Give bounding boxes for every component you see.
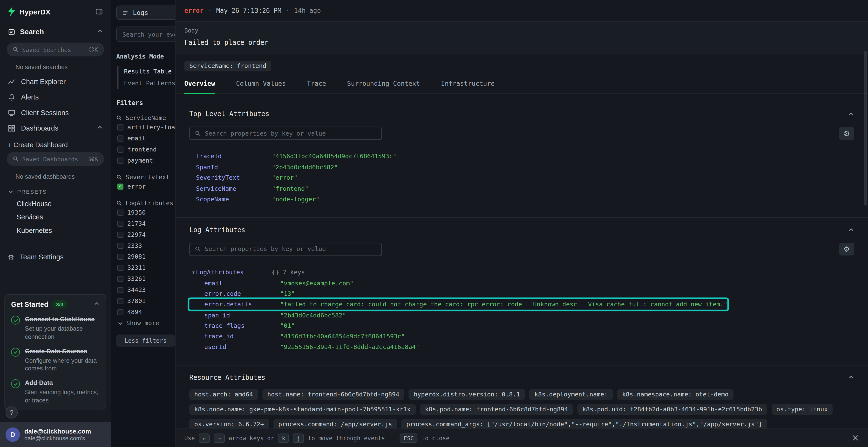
resource-chip[interactable]: k8s.pod.name: frontend-6b6c8d7bfd-ng894 bbox=[420, 404, 573, 414]
sidebar-item-dashboards[interactable]: Dashboards bbox=[0, 121, 111, 136]
chevron-up-icon[interactable] bbox=[94, 301, 100, 309]
attribute-key[interactable]: LogAttributes bbox=[196, 269, 272, 276]
attribute-value[interactable]: "92a55156-39a4-11f0-8ddd-a2eca416a8a4" bbox=[280, 344, 420, 351]
preset-item-kubernetes[interactable]: Kubernetes bbox=[0, 224, 111, 237]
attribute-key[interactable]: error.details bbox=[204, 301, 280, 308]
attribute-key[interactable]: error.code bbox=[204, 290, 280, 298]
attribute-key[interactable]: ScopeName bbox=[196, 196, 272, 203]
tab-column-values[interactable]: Column Values bbox=[236, 80, 286, 94]
checkbox[interactable] bbox=[117, 209, 123, 215]
search-icon bbox=[116, 174, 122, 180]
property-search-box[interactable] bbox=[189, 243, 382, 256]
user-menu[interactable]: D dale@clickhouse.com dale@clickhouse.co… bbox=[0, 422, 111, 447]
sidebar-item-alerts[interactable]: Alerts bbox=[0, 90, 111, 105]
saved-dashboards-search[interactable]: ⌘K bbox=[7, 152, 104, 166]
resource-chip[interactable]: k8s.pod.uid: f284fb2d-a0b3-4634-991b-e2c… bbox=[578, 404, 767, 414]
attribute-value[interactable]: "01" bbox=[280, 322, 295, 330]
settings-button[interactable]: ⚙ bbox=[839, 243, 854, 255]
tree-caret-icon[interactable]: ▾ bbox=[191, 269, 196, 276]
saved-dashboards-input[interactable] bbox=[22, 156, 86, 162]
attribute-value[interactable]: "2b43d0c4dd6bc582" bbox=[280, 312, 346, 319]
scrollbar-thumb[interactable] bbox=[864, 51, 867, 206]
less-filters-button[interactable]: Less filters bbox=[116, 335, 175, 347]
resource-chip[interactable]: os.type: linux bbox=[771, 404, 833, 414]
checkbox[interactable] bbox=[117, 243, 123, 248]
checkbox[interactable] bbox=[117, 298, 123, 304]
property-search-input[interactable] bbox=[205, 245, 376, 253]
attribute-key[interactable]: span_id bbox=[204, 312, 280, 319]
sidebar-item-client-sessions[interactable]: Client Sessions bbox=[0, 105, 111, 121]
checkbox[interactable] bbox=[117, 309, 123, 315]
close-panel-button[interactable]: × bbox=[851, 434, 859, 442]
attribute-value[interactable]: "2b43d0c4dd6bc582" bbox=[272, 164, 338, 171]
get-started-header[interactable]: Get Started 3/3 bbox=[11, 301, 100, 309]
sidebar-item-chart-explorer[interactable]: Chart Explorer bbox=[0, 74, 111, 90]
property-search-input[interactable] bbox=[205, 130, 376, 137]
collapse-section-button[interactable] bbox=[848, 227, 854, 233]
resource-chip[interactable]: hyperdx.distro.version: 0.8.1 bbox=[409, 389, 525, 400]
service-name-chip[interactable]: ServiceName: frontend bbox=[184, 61, 272, 72]
resource-chip[interactable]: os.version: 6.6.72+ bbox=[189, 419, 269, 429]
resource-chip[interactable]: k8s.deployment.name: bbox=[529, 389, 613, 400]
presets-toggle[interactable]: PRESETS bbox=[0, 183, 111, 197]
resource-chip[interactable]: process.command: /app/server.js bbox=[273, 419, 397, 429]
attribute-key[interactable]: trace_id bbox=[204, 333, 280, 340]
collapse-section-button[interactable] bbox=[848, 111, 854, 117]
logattributes-root-row[interactable]: ▾ LogAttributes {} 7 keys bbox=[189, 267, 854, 278]
attribute-value[interactable]: "failed to charge card: could not charge… bbox=[280, 301, 727, 308]
attribute-value[interactable]: "4156d3fbc40a64854d9dc7f68641593c" bbox=[272, 153, 396, 160]
property-search-box[interactable] bbox=[189, 127, 382, 140]
checkbox[interactable] bbox=[117, 135, 123, 141]
attribute-value[interactable]: "4156d3fbc40a64854d9dc7f68641593c" bbox=[280, 333, 405, 340]
checkbox[interactable] bbox=[117, 220, 123, 227]
preset-item-clickhouse[interactable]: ClickHouse bbox=[0, 198, 111, 211]
checkbox[interactable] bbox=[117, 124, 123, 130]
checkbox[interactable] bbox=[117, 146, 123, 152]
attribute-value[interactable]: "vmoses@example.com" bbox=[280, 280, 353, 287]
help-button[interactable]: ? bbox=[5, 407, 18, 419]
tab-overview[interactable]: Overview bbox=[184, 80, 215, 94]
checkbox[interactable] bbox=[117, 157, 123, 163]
saved-searches-search[interactable]: ⌘K bbox=[7, 43, 104, 56]
saved-searches-input[interactable] bbox=[22, 46, 86, 53]
checkbox-checked[interactable] bbox=[117, 183, 123, 189]
attribute-key[interactable]: userId bbox=[204, 344, 280, 351]
checkbox[interactable] bbox=[117, 286, 123, 293]
tab-trace[interactable]: Trace bbox=[307, 80, 326, 94]
attribute-key[interactable]: SeverityText bbox=[196, 174, 272, 182]
attribute-key[interactable]: TraceId bbox=[196, 153, 272, 160]
chevron-up-icon[interactable] bbox=[97, 28, 103, 36]
tab-infrastructure[interactable]: Infrastructure bbox=[441, 80, 495, 94]
checkbox[interactable] bbox=[117, 232, 123, 238]
resource-chip[interactable]: host.name: frontend-6b6c8d7bfd-ng894 bbox=[262, 389, 404, 400]
attribute-value[interactable]: "frontend" bbox=[272, 185, 308, 193]
tab-surrounding-context[interactable]: Surrounding Context bbox=[347, 80, 420, 94]
create-dashboard-button[interactable]: + Create Dashboard bbox=[0, 136, 111, 151]
get-started-item-connect[interactable]: Connect to ClickHouse Set up your databa… bbox=[11, 315, 100, 341]
resource-chip[interactable]: process.command_args: ["/usr/local/bin/n… bbox=[401, 419, 767, 429]
resource-chip[interactable]: host.arch: amd64 bbox=[189, 389, 258, 400]
attribute-value[interactable]: "error" bbox=[272, 174, 297, 182]
sidebar-collapse-button[interactable] bbox=[95, 8, 103, 15]
attribute-key[interactable]: ServiceName bbox=[196, 185, 272, 193]
attribute-key[interactable]: email bbox=[204, 280, 280, 287]
checkbox[interactable] bbox=[117, 265, 123, 271]
get-started-item-add-data[interactable]: Add Data Start sending logs, metrics, or… bbox=[11, 379, 100, 404]
monitor-icon bbox=[8, 109, 16, 116]
checkbox[interactable] bbox=[117, 253, 123, 260]
search-section-header[interactable]: Search bbox=[0, 22, 111, 41]
get-started-item-sources[interactable]: Create Data Sources Configure where your… bbox=[11, 347, 100, 373]
body-label: Body bbox=[184, 27, 859, 34]
attribute-value[interactable]: "13" bbox=[280, 290, 295, 298]
attribute-key[interactable]: SpanId bbox=[196, 164, 272, 171]
preset-item-services[interactable]: Services bbox=[0, 211, 111, 224]
settings-button[interactable]: ⚙ bbox=[839, 127, 854, 140]
resource-chip[interactable]: k8s.node.name: gke-pme-k8s-standard-main… bbox=[189, 404, 415, 414]
checkbox[interactable] bbox=[117, 276, 123, 282]
collapse-section-button[interactable] bbox=[848, 375, 854, 381]
chevron-up-icon[interactable] bbox=[97, 125, 103, 132]
attribute-key[interactable]: trace_flags bbox=[204, 322, 280, 330]
attribute-value[interactable]: "node-logger" bbox=[272, 196, 319, 203]
resource-chip[interactable]: k8s.namespace.name: otel-demo bbox=[617, 389, 734, 400]
sidebar-item-team-settings[interactable]: ⚙ Team Settings bbox=[0, 249, 111, 265]
